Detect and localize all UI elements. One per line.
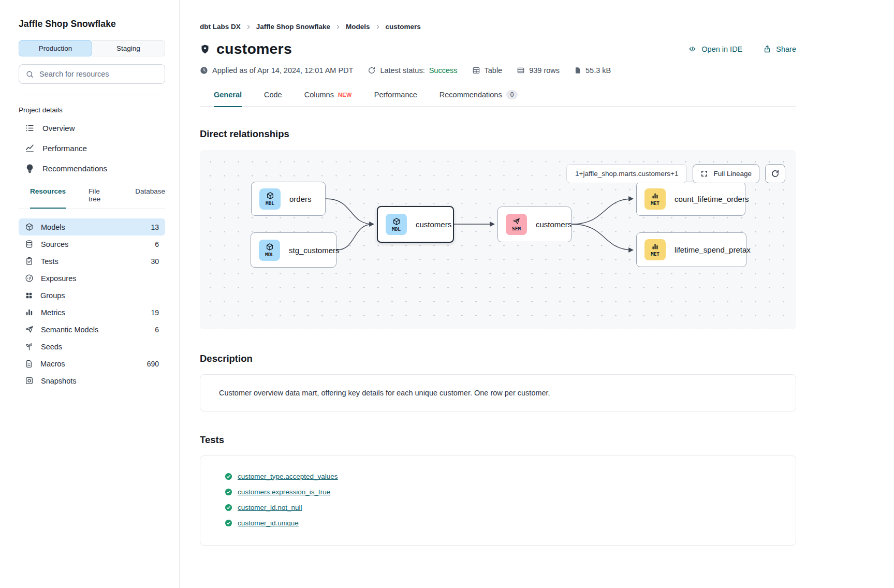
tab-resources[interactable]: Resources xyxy=(30,187,66,209)
share-button[interactable]: Share xyxy=(763,45,796,53)
file-icon xyxy=(574,66,581,75)
breadcrumb: dbt Labs DX Jaffle Shop Snowflake Models… xyxy=(200,23,796,31)
page-title: customers xyxy=(216,40,292,57)
row-count-text: 939 rows xyxy=(529,66,560,75)
lineage-canvas[interactable]: 1+jaffle_shop.marts.customers+1 Full Lin… xyxy=(200,150,796,329)
test-row: customer_id.not_null xyxy=(200,499,796,515)
title-row: customers Open in IDE Share xyxy=(200,40,796,57)
sidebar-item-recommendations[interactable]: Recommendations xyxy=(19,158,165,179)
sidebar-item-snapshots[interactable]: Snapshots xyxy=(19,372,165,389)
tab-performance[interactable]: Performance xyxy=(374,90,417,106)
metadata-row: Applied as of Apr 14, 2024, 12:01 AM PDT… xyxy=(200,66,796,75)
breadcrumb-models[interactable]: Models xyxy=(346,23,370,31)
sidebar-item-metrics[interactable]: Metrics 19 xyxy=(19,304,165,321)
cube-icon xyxy=(266,243,274,251)
full-lineage-label: Full Lineage xyxy=(713,170,752,178)
resource-count: 6 xyxy=(155,240,159,248)
lineage-node-orders[interactable]: MDL orders xyxy=(251,182,326,216)
semantic-model-tile: SEM xyxy=(506,214,527,235)
env-tab-production[interactable]: Production xyxy=(19,40,92,56)
resource-search[interactable] xyxy=(19,64,165,84)
tab-code[interactable]: Code xyxy=(264,90,282,106)
breadcrumb-current: customers xyxy=(386,23,421,31)
paper-plane-icon xyxy=(512,217,520,225)
sidebar-item-semantic-models[interactable]: Semantic Models 6 xyxy=(19,321,165,338)
node-label: orders xyxy=(289,195,312,203)
sidebar-item-tests[interactable]: Tests 30 xyxy=(19,253,165,270)
node-label: customers xyxy=(536,220,571,229)
new-badge: NEW xyxy=(338,92,352,98)
sidebar-item-macros[interactable]: Macros 690 xyxy=(19,355,165,372)
lineage-node-stg-customers[interactable]: MDL stg_customers xyxy=(251,232,336,268)
model-tile: MDL xyxy=(259,188,281,210)
tile-kind-label: MET xyxy=(651,251,659,257)
cube-icon xyxy=(266,192,274,200)
tab-label: Recommendations xyxy=(439,91,502,99)
lineage-controls: 1+jaffle_shop.marts.customers+1 Full Lin… xyxy=(566,164,785,183)
tab-columns[interactable]: Columns NEW xyxy=(304,90,352,106)
sidebar-item-models[interactable]: Models 13 xyxy=(19,218,165,236)
test-link[interactable]: customer_type.accepted_values xyxy=(238,473,338,480)
title-actions: Open in IDE Share xyxy=(688,45,796,53)
sidebar-item-exposures[interactable]: Exposures xyxy=(19,270,165,287)
resource-tabs: Resources File tree Database xyxy=(19,187,165,209)
resource-count: 6 xyxy=(155,326,159,334)
refresh-icon xyxy=(368,66,376,75)
table-size: 55.3 kB xyxy=(574,66,611,75)
refresh-lineage-button[interactable] xyxy=(765,164,785,183)
lineage-node-lifetime-spend-pretax[interactable]: MET lifetime_spend_pretax xyxy=(636,232,746,267)
refresh-icon xyxy=(771,169,780,178)
tab-recommendations[interactable]: Recommendations 0 xyxy=(439,90,518,106)
detail-tabs: General Code Columns NEW Performance Rec… xyxy=(200,90,796,107)
resource-count: 13 xyxy=(151,223,159,231)
sidebar-divider xyxy=(19,95,165,95)
latest-status: Latest status: Success xyxy=(368,66,457,75)
sidebar-item-sources[interactable]: Sources 6 xyxy=(19,236,165,253)
env-tab-staging[interactable]: Staging xyxy=(92,40,165,56)
search-input[interactable] xyxy=(39,70,158,78)
lineage-node-customers-semantic[interactable]: SEM customers xyxy=(497,207,571,242)
resource-count: 690 xyxy=(147,360,159,368)
full-lineage-button[interactable]: Full Lineage xyxy=(693,164,759,183)
applied-text: Applied as of Apr 14, 2024, 12:01 AM PDT xyxy=(212,66,353,75)
lineage-selector[interactable]: 1+jaffle_shop.marts.customers+1 xyxy=(566,164,687,183)
applied-timestamp: Applied as of Apr 14, 2024, 12:01 AM PDT xyxy=(200,66,353,75)
cube-icon xyxy=(25,223,34,231)
lineage-node-count-lifetime-orders[interactable]: MET count_lifetime_orders xyxy=(636,182,745,216)
sidebar-item-overview[interactable]: Overview xyxy=(19,118,165,138)
share-icon xyxy=(763,45,771,53)
chevron-right-icon xyxy=(375,24,381,30)
sidebar-item-performance[interactable]: Performance xyxy=(19,138,165,158)
project-nav: Overview Performance Recommendations xyxy=(19,118,165,179)
paper-plane-icon xyxy=(25,325,34,334)
tab-file-tree[interactable]: File tree xyxy=(89,187,112,208)
shield-icon xyxy=(200,43,210,55)
bar-chart-icon xyxy=(651,243,659,251)
test-link[interactable]: customer_id.not_null xyxy=(238,504,302,511)
test-link[interactable]: customers.expression_is_true xyxy=(238,488,330,496)
test-row: customers.expression_is_true xyxy=(200,484,796,499)
bar-chart-icon xyxy=(651,192,659,200)
row-count: 939 rows xyxy=(517,66,560,75)
tab-general[interactable]: General xyxy=(214,90,242,107)
breadcrumb-project[interactable]: Jaffle Shop Snowflake xyxy=(256,23,330,31)
resource-label: Groups xyxy=(40,291,65,300)
tab-database[interactable]: Database xyxy=(135,187,165,208)
bar-chart-icon xyxy=(25,308,34,317)
resource-label: Models xyxy=(41,223,65,231)
materialization-text: Table xyxy=(485,66,503,75)
tests-card: customer_type.accepted_values customers.… xyxy=(200,455,796,546)
lightbulb-icon xyxy=(25,164,35,173)
open-in-ide-button[interactable]: Open in IDE xyxy=(688,45,742,53)
sidebar-item-groups[interactable]: Groups xyxy=(19,287,165,304)
sidebar-item-seeds[interactable]: Seeds xyxy=(19,338,165,355)
breadcrumb-account[interactable]: dbt Labs DX xyxy=(200,23,241,31)
database-icon xyxy=(25,240,34,248)
test-link[interactable]: customer_id.unique xyxy=(238,519,299,527)
main-content: dbt Labs DX Jaffle Shop Snowflake Models… xyxy=(180,0,894,588)
tab-label: Code xyxy=(264,91,282,99)
metric-tile: MET xyxy=(644,188,666,210)
clock-icon xyxy=(200,66,208,75)
tab-label: Columns xyxy=(304,91,334,99)
lineage-node-customers-model[interactable]: MDL customers xyxy=(377,206,454,243)
